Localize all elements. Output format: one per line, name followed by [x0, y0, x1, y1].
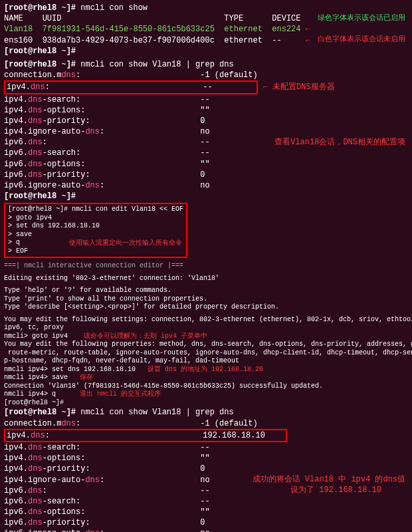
- output-row: You may edit the following settings: con…: [4, 316, 408, 325]
- editor-header: ===| nmcli interactive connection editor…: [4, 262, 408, 271]
- output-row: ipv4.dns-priority: 0: [4, 116, 408, 126]
- heredoc-box: [root@rhel8 ~]# nmcli con edit Vlan18 <<…: [4, 203, 187, 258]
- output-row: ipv6.dns-options: "": [4, 507, 408, 517]
- prompt-line-1[interactable]: [root@rhel8 ~]# nmcli con show: [4, 3, 408, 13]
- output-row: ipv6.ignore-auto-dns: no: [4, 180, 408, 191]
- output-row: nmcli ipv4> set dns 192.168.18.10 设置 dns…: [4, 366, 408, 374]
- heredoc-line: > goto ipv4: [8, 214, 183, 223]
- output-row: ipv6.dns-priority: 0: [4, 170, 408, 180]
- output-row: ipv4.dns-options: "": [4, 105, 408, 116]
- annotation: 查看Vlan18会话，DNS相关的配置项: [274, 137, 405, 148]
- annotation: 设为了 192.168.18.10: [290, 485, 381, 495]
- annotation: 未配置DNS服务器: [272, 82, 335, 92]
- annotation: 白色字体表示该会话未启用: [318, 35, 405, 45]
- table-row: Vlan18 7f981931-546d-415e-8550-861c5b633…: [4, 24, 408, 35]
- annotation: 绿色字体表示该会话已启用: [318, 13, 405, 23]
- output-row: You may edit the following properties: m…: [4, 340, 408, 349]
- output-row: nmcli ipv4> save 保存: [4, 374, 408, 382]
- heredoc-line: > set dns 192.168.18.10: [8, 222, 183, 231]
- output-row: ipv4.dns-search: --: [4, 94, 408, 105]
- highlighted-row: ipv4.dns: --: [4, 80, 258, 94]
- output-row: ipv4.dns-priority: 0: [4, 464, 408, 474]
- output-row: Type 'describe [<setting>.<prop>]' for d…: [4, 303, 408, 312]
- prompt-line-2[interactable]: [root@rhel8 ~]# nmcli con show Vlan18 | …: [4, 59, 408, 70]
- highlighted-row: ipv4.dns: 192.168.18.10: [4, 429, 287, 442]
- annotation: 成功的将会话 Vlan18 中 ipv4 的dns值: [253, 474, 405, 485]
- output-row: ipv6.ignore-auto-dns: no: [4, 528, 408, 532]
- annotation: 使用输入流重定向一次性输入所有命令: [69, 239, 182, 248]
- output-row: Connection 'Vlan18' (7f981931-546d-415e-…: [4, 382, 408, 391]
- output-row: ipv6.dns-search: --: [4, 148, 408, 158]
- output-row: p-hostname, dhcp-fqdn, never-default, ma…: [4, 357, 408, 366]
- output-row: connection.mdns: -1 (default): [4, 418, 408, 429]
- output-row: ipv6.dns-priority: 0: [4, 517, 408, 528]
- heredoc-line: > EOF: [8, 247, 183, 256]
- output-row: nmcli ipv4> q 退出 nmcli 的交互式程序: [4, 390, 408, 399]
- output-row: ipv6.dns-search: --: [4, 496, 408, 507]
- output-row: ipv6.dns-options: "": [4, 159, 408, 170]
- output-row: Type 'print' to show all the connection …: [4, 295, 408, 304]
- output-row: ipv4.ignore-auto-dns: no: [4, 126, 408, 137]
- output-row: connection.mdns: -1 (default): [4, 70, 408, 80]
- prompt-line[interactable]: [root@rhel8 ~]#: [4, 46, 408, 57]
- output-row: ipv4.dns-options: "": [4, 453, 408, 464]
- output-row: Editing existing '802-3-ethernet' connec…: [4, 275, 408, 283]
- heredoc-line: > save: [8, 231, 183, 239]
- output-row: ipv4.dns-search: --: [4, 442, 408, 453]
- output-row: Type 'help' or '?' for available command…: [4, 287, 408, 295]
- prompt-line[interactable]: [root@rhel8 ~]#: [4, 191, 408, 201]
- prompt-line-3[interactable]: [root@rhel8 ~]# nmcli con show Vlan18 | …: [4, 407, 408, 418]
- output-row: nmcli> goto ipv4 该命令可以理解为：去到 ipv4 子菜单中: [4, 332, 408, 341]
- output-row: ipv6, tc, proxy: [4, 324, 408, 332]
- output-row: route-metric, route-table, ignore-auto-r…: [4, 349, 408, 358]
- prompt-line[interactable]: [root@rhel8 ~]#: [4, 399, 408, 408]
